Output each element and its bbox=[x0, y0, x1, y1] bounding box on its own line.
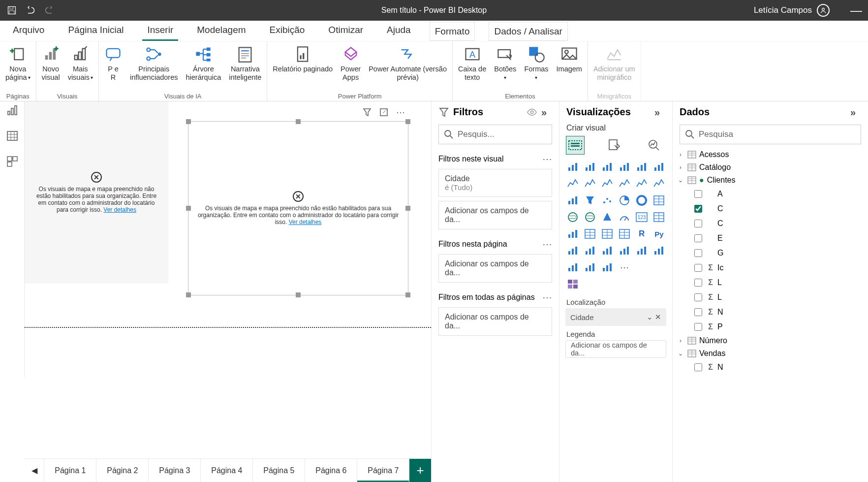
ribbon-button-power-apps[interactable]: PowerApps bbox=[338, 43, 363, 84]
viz-type-narrative[interactable] bbox=[617, 244, 631, 257]
ribbon-button-principais-influenciadores[interactable]: Principaisinfluenciadores bbox=[127, 43, 181, 84]
ribbon-tab-modelagem[interactable]: Modelagem bbox=[192, 21, 250, 41]
collapse-icon[interactable]: » bbox=[850, 107, 861, 118]
table-clientes[interactable]: ⌄●Clientes bbox=[676, 174, 865, 187]
add-page-filter[interactable]: Adicionar os campos de da... bbox=[438, 254, 552, 283]
field-clientes-7[interactable]: ΣL bbox=[676, 290, 865, 305]
viz-type-bar100-h[interactable] bbox=[635, 160, 649, 174]
ribbon-tab-formato[interactable]: Formato bbox=[430, 22, 475, 41]
viz-type-area-stack[interactable] bbox=[600, 177, 614, 191]
viz-type-filled-map[interactable] bbox=[583, 210, 597, 224]
ribbon-button-mais-visuais[interactable]: Maisvisuais ▾ bbox=[65, 43, 95, 84]
viz-type-bar-v[interactable] bbox=[583, 160, 597, 174]
field-clientes-0[interactable]: A bbox=[676, 187, 865, 201]
ribbon-button-p-e-r[interactable]: P eR bbox=[102, 43, 124, 84]
ribbon-button-relat-rio-paginado-[interactable]: Relatório paginado bbox=[270, 43, 335, 75]
field-clientes-8[interactable]: ΣN bbox=[676, 305, 865, 320]
viz-type-bar-stack-v[interactable] bbox=[617, 160, 631, 174]
page-tab-7[interactable]: Página 7 bbox=[357, 459, 409, 482]
field-clientes-2[interactable]: C bbox=[676, 216, 865, 231]
map-visual-1[interactable]: ✕ Os visuais de mapa e mapa preenchido n… bbox=[25, 101, 168, 284]
add-page-button[interactable]: + bbox=[409, 459, 431, 482]
viz-type-treemap[interactable] bbox=[652, 193, 666, 207]
viz-type-line[interactable] bbox=[565, 177, 580, 191]
filter-icon[interactable] bbox=[360, 105, 374, 120]
ribbon-button-nova-p-gina[interactable]: Novapágina ▾ bbox=[3, 43, 33, 84]
ribbon-button-novo-visual[interactable]: Novovisual bbox=[39, 43, 62, 84]
ribbon-tab-p-gina-inicial[interactable]: Página Inicial bbox=[63, 21, 128, 41]
field-clientes-6[interactable]: ΣL bbox=[676, 275, 865, 290]
model-view-icon[interactable] bbox=[6, 156, 18, 167]
error-link[interactable]: Ver detalhes bbox=[103, 206, 136, 213]
ribbon-button-formas-[interactable]: Formas ▾ bbox=[522, 43, 551, 84]
visibility-icon[interactable] bbox=[527, 107, 537, 118]
page-tab-5[interactable]: Página 5 bbox=[253, 459, 305, 482]
more-options-icon[interactable]: ⋯ bbox=[393, 105, 408, 120]
viz-type-waterfall[interactable] bbox=[565, 193, 580, 207]
viz-type-bar-h[interactable] bbox=[565, 160, 580, 174]
field-clientes-9[interactable]: ΣP bbox=[676, 320, 865, 334]
viz-type-azure-map[interactable] bbox=[600, 210, 614, 224]
ribbon-button-power-automate-vers-o-pr-via-[interactable]: Power Automate (versãoprévia) bbox=[366, 43, 449, 84]
add-report-filter[interactable]: Adicionar os campos de da... bbox=[438, 307, 552, 336]
ribbon-button-bot-es-[interactable]: Botões ▾ bbox=[492, 43, 519, 84]
viz-type-kpi[interactable] bbox=[565, 227, 580, 241]
viz-type-matrix[interactable] bbox=[617, 227, 631, 241]
field-vendas-0[interactable]: ΣN bbox=[676, 360, 865, 375]
build-visual-mode[interactable] bbox=[566, 136, 584, 154]
more-icon[interactable]: ⋯ bbox=[542, 238, 552, 250]
ribbon-button-imagem-[interactable]: Imagem bbox=[554, 43, 585, 75]
viz-type-area[interactable] bbox=[583, 177, 597, 191]
field-well-legend[interactable]: Adicionar os campos de da... bbox=[565, 340, 666, 358]
viz-type-sankey[interactable] bbox=[600, 260, 614, 274]
viz-type-line-bar[interactable] bbox=[617, 177, 631, 191]
save-icon[interactable] bbox=[7, 5, 17, 15]
field-clientes-1[interactable]: C bbox=[676, 201, 865, 216]
viz-type-decomp[interactable] bbox=[583, 244, 597, 257]
viz-type-custom[interactable] bbox=[565, 277, 580, 291]
viz-type-table[interactable] bbox=[600, 227, 614, 241]
more-icon[interactable]: ⋯ bbox=[542, 291, 552, 303]
page-tab-1[interactable]: Página 1 bbox=[44, 459, 96, 482]
viz-type-multi-card[interactable] bbox=[652, 210, 666, 224]
viz-type-r[interactable]: R bbox=[635, 227, 649, 241]
error-link[interactable]: Ver detalhes bbox=[289, 219, 322, 225]
more-icon[interactable]: ⋯ bbox=[542, 153, 552, 165]
viz-type-paginated[interactable] bbox=[652, 244, 666, 257]
viz-type-map[interactable] bbox=[565, 210, 580, 224]
ribbon-tab-exibi-o[interactable]: Exibição bbox=[265, 21, 310, 41]
viz-type-card[interactable]: 123 bbox=[635, 210, 649, 224]
viz-type-py[interactable]: Py bbox=[652, 227, 666, 241]
add-visual-filter[interactable]: Adicionar os campos de da... bbox=[438, 201, 552, 229]
ribbon-tab-inserir[interactable]: Inserir bbox=[142, 21, 178, 41]
viz-type-scatter[interactable] bbox=[600, 193, 614, 207]
report-canvas[interactable]: ✕ Os visuais de mapa e mapa preenchido n… bbox=[25, 101, 431, 457]
data-view-icon[interactable] bbox=[6, 130, 18, 142]
ribbon-tab-ajuda[interactable]: Ajuda bbox=[382, 21, 416, 41]
ribbon-tab-otimizar[interactable]: Otimizar bbox=[323, 21, 368, 41]
ribbon-tab-dados-analisar[interactable]: Dados / Analisar bbox=[489, 22, 567, 41]
undo-icon[interactable] bbox=[26, 5, 35, 15]
ribbon-tab-arquivo[interactable]: Arquivo bbox=[8, 21, 49, 41]
filter-search-input[interactable]: Pesquis... bbox=[438, 125, 552, 144]
collapse-icon[interactable]: » bbox=[541, 107, 552, 118]
table-catálogo[interactable]: ›Catálogo bbox=[676, 161, 865, 174]
page-tab-4[interactable]: Página 4 bbox=[201, 459, 253, 482]
ribbon-button--rvore-hier-rquica[interactable]: Árvorehierárquica bbox=[184, 43, 224, 84]
viz-type-automate[interactable] bbox=[583, 260, 597, 274]
viz-type-ribbon[interactable] bbox=[652, 177, 666, 191]
report-view-icon[interactable] bbox=[6, 104, 18, 116]
field-well-menu-icon[interactable]: ⌄ ✕ bbox=[647, 313, 661, 321]
viz-type-goal[interactable] bbox=[635, 244, 649, 257]
table-acessos[interactable]: ›Acessos bbox=[676, 148, 865, 161]
ribbon-button-narrativa-inteligente[interactable]: Narrativainteligente bbox=[226, 43, 264, 84]
minimize-icon[interactable]: — bbox=[850, 3, 862, 17]
page-nav-prev[interactable]: ◀ bbox=[25, 459, 44, 482]
map-visual-2-selected[interactable]: ⋯ ✕ Os visuais de mapa e mapa preenchido… bbox=[188, 121, 408, 295]
viz-type-qna[interactable] bbox=[600, 244, 614, 257]
viz-type-pie[interactable] bbox=[617, 193, 631, 207]
user-avatar-icon[interactable] bbox=[817, 4, 830, 17]
viz-type-more[interactable]: ⋯ bbox=[617, 260, 631, 274]
data-search-input[interactable]: Pesquisa bbox=[680, 125, 861, 144]
field-clientes-4[interactable]: G bbox=[676, 246, 865, 260]
